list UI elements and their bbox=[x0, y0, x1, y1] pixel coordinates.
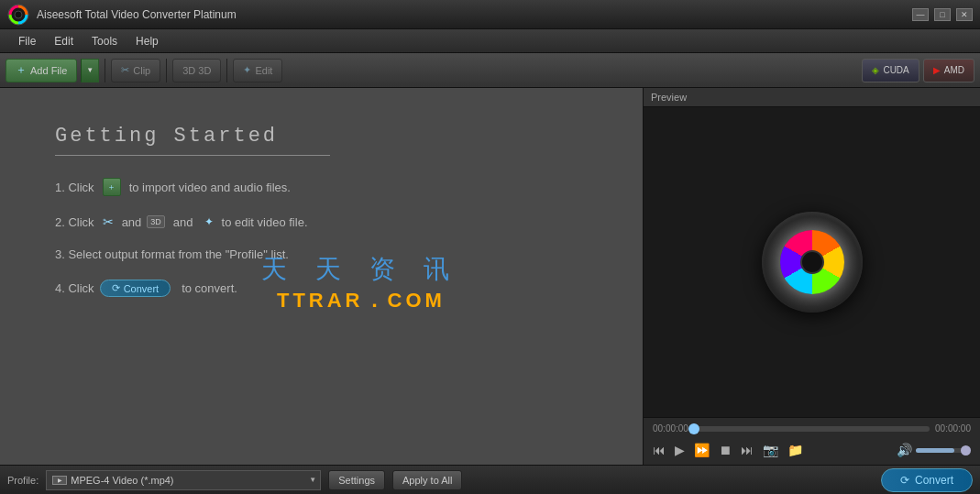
progress-bar-container: 00:00:00 00:00:00 bbox=[649, 423, 974, 434]
skip-forward-button[interactable]: ⏭ bbox=[741, 443, 754, 457]
left-panel: Getting Started 1. Click ＋ to import vid… bbox=[0, 88, 643, 465]
cuda-label: CUDA bbox=[883, 65, 908, 75]
aperture-inner bbox=[780, 230, 844, 294]
progress-bar[interactable] bbox=[694, 426, 930, 432]
skip-back-button[interactable]: ⏮ bbox=[653, 443, 666, 457]
convert-circle-icon: ⟳ bbox=[112, 282, 120, 294]
getting-started-panel: Getting Started 1. Click ＋ to import vid… bbox=[0, 88, 643, 352]
step-2-text-mid: and bbox=[122, 215, 142, 229]
settings-button[interactable]: Settings bbox=[328, 470, 385, 490]
toolbar-separator-3 bbox=[226, 59, 227, 82]
and-text: and bbox=[173, 215, 193, 229]
step-2-text-pre: 2. Click bbox=[55, 215, 94, 229]
edit-button[interactable]: ✦ Edit bbox=[233, 59, 282, 82]
screenshot-button[interactable]: 📷 bbox=[763, 443, 778, 457]
step-4-text-post: to convert. bbox=[182, 281, 237, 295]
minimize-button[interactable]: — bbox=[912, 8, 929, 21]
step-3: 3. Select output format from the "Profil… bbox=[55, 247, 588, 261]
scissors-icon: ✂ bbox=[121, 64, 129, 76]
profile-selector[interactable]: ▶ MPEG-4 Video (*.mp4) ▼ bbox=[46, 470, 321, 490]
convert-icon-small: ⟳ Convert bbox=[100, 280, 171, 297]
getting-started-divider bbox=[55, 155, 330, 156]
time-end: 00:00:00 bbox=[935, 423, 971, 434]
edit-icon: ✦ bbox=[243, 64, 251, 76]
convert-button-icon: ⟳ bbox=[900, 474, 909, 487]
clip-button[interactable]: ✂ Clip bbox=[111, 59, 160, 82]
right-panel: Preview 00:00:00 00:00:00 ⏮ ▶ ⏩ ⏹ bbox=[643, 88, 980, 465]
volume-fill bbox=[916, 448, 954, 453]
aperture-center bbox=[800, 250, 824, 274]
step-2: 2. Click ✂ and 3D and ✦ to edit video fi… bbox=[55, 214, 588, 229]
toolbar: ＋ Add File ▼ ✂ Clip 3D 3D ✦ Edit ◈ CUDA … bbox=[0, 53, 980, 88]
step-4-text-pre: 4. Click bbox=[55, 281, 94, 295]
step-1-icon: ＋ bbox=[103, 178, 121, 196]
amd-logo-icon: ▶ bbox=[933, 65, 941, 75]
add-file-label: Add File bbox=[30, 65, 67, 76]
toolbar-separator-1 bbox=[105, 59, 105, 82]
clip-label: Clip bbox=[133, 65, 150, 76]
add-file-dropdown-button[interactable]: ▼ bbox=[81, 59, 99, 82]
preview-label: Preview bbox=[644, 88, 980, 107]
volume-section: 🔊 bbox=[897, 443, 971, 457]
scissors-icon-small: ✂ bbox=[103, 214, 114, 229]
video-format-icon: ▶ bbox=[52, 476, 67, 485]
profile-dropdown-arrow: ▼ bbox=[309, 476, 316, 484]
time-start: 00:00:00 bbox=[653, 423, 688, 434]
menu-bar: File Edit Tools Help bbox=[0, 29, 980, 53]
menu-help[interactable]: Help bbox=[127, 32, 168, 50]
toolbar-separator-2 bbox=[166, 59, 167, 82]
chevron-down-icon: ▼ bbox=[86, 66, 94, 74]
progress-thumb bbox=[688, 423, 699, 434]
add-file-icon-small: ＋ bbox=[103, 178, 121, 196]
add-file-icon: ＋ bbox=[16, 62, 27, 78]
preview-video bbox=[644, 107, 980, 417]
preview-controls: 00:00:00 00:00:00 ⏮ ▶ ⏩ ⏹ ⏭ 📷 📁 🔊 bbox=[644, 417, 980, 465]
threed-label: 3D 3D bbox=[182, 65, 211, 76]
profile-label: Profile: bbox=[7, 475, 39, 486]
menu-tools[interactable]: Tools bbox=[83, 32, 127, 50]
menu-edit[interactable]: Edit bbox=[45, 32, 83, 50]
volume-icon[interactable]: 🔊 bbox=[897, 443, 912, 457]
volume-thumb bbox=[961, 445, 971, 456]
main-content: Getting Started 1. Click ＋ to import vid… bbox=[0, 88, 980, 465]
menu-file[interactable]: File bbox=[9, 32, 45, 50]
step-2-text-post: to edit video file. bbox=[222, 215, 308, 229]
cuda-button[interactable]: ◈ CUDA bbox=[862, 59, 919, 82]
threed-button[interactable]: 3D 3D bbox=[172, 59, 221, 82]
fast-forward-button[interactable]: ⏩ bbox=[694, 443, 710, 457]
app-logo bbox=[7, 4, 29, 26]
getting-started-title: Getting Started bbox=[55, 125, 588, 148]
step-1: 1. Click ＋ to import video and audio fil… bbox=[55, 178, 588, 196]
aperture-logo bbox=[762, 212, 863, 313]
restore-button[interactable]: □ bbox=[934, 8, 951, 21]
amd-button[interactable]: ▶ AMD bbox=[923, 59, 974, 82]
step-1-text-pre: 1. Click bbox=[55, 181, 94, 194]
step-3-text: 3. Select output format from the "Profil… bbox=[55, 247, 289, 261]
close-button[interactable]: ✕ bbox=[956, 8, 973, 21]
step-4: 4. Click ⟳ Convert to convert. bbox=[55, 280, 588, 297]
add-file-button[interactable]: ＋ Add File bbox=[6, 59, 77, 82]
edit-icon-small: ✦ bbox=[204, 215, 214, 228]
convert-button[interactable]: ⟳ Convert bbox=[881, 468, 973, 492]
app-title: Aiseesoft Total Video Converter Platinum bbox=[37, 8, 912, 21]
play-button[interactable]: ▶ bbox=[675, 443, 685, 457]
volume-bar[interactable] bbox=[916, 448, 971, 453]
status-bar: Profile: ▶ MPEG-4 Video (*.mp4) ▼ Settin… bbox=[0, 465, 980, 494]
stop-button[interactable]: ⏹ bbox=[719, 443, 732, 457]
step-1-text-post: to import video and audio files. bbox=[129, 181, 291, 194]
profile-value: MPEG-4 Video (*.mp4) bbox=[71, 475, 173, 486]
title-bar: Aiseesoft Total Video Converter Platinum… bbox=[0, 0, 980, 29]
svg-point-1 bbox=[15, 11, 22, 18]
folder-button[interactable]: 📁 bbox=[787, 443, 803, 457]
threed-icon-small: 3D bbox=[147, 215, 165, 228]
window-controls: — □ ✕ bbox=[912, 8, 973, 21]
edit-label: Edit bbox=[255, 65, 272, 76]
cuda-logo-icon: ◈ bbox=[872, 65, 879, 75]
apply-to-all-button[interactable]: Apply to All bbox=[392, 470, 462, 490]
player-controls: ⏮ ▶ ⏩ ⏹ ⏭ 📷 📁 🔊 bbox=[649, 441, 974, 459]
convert-button-label: Convert bbox=[915, 474, 953, 487]
amd-label: AMD bbox=[944, 65, 964, 75]
